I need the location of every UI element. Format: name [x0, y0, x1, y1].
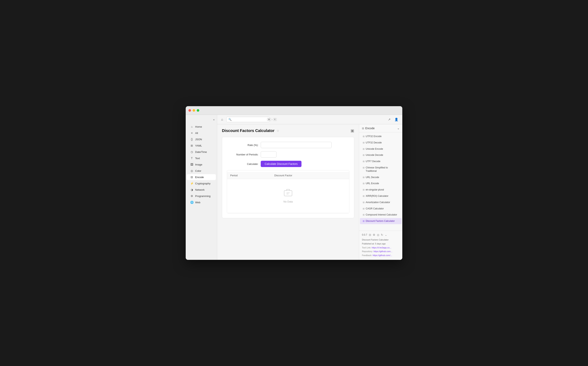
panel-item-label: UTF32 Encode [366, 135, 382, 138]
panel-item-icon: ⊟ [363, 182, 364, 185]
sidebar-item-cryptography[interactable]: ⚡ Cryptography [187, 180, 216, 186]
copy-icon[interactable]: ⊟ [369, 233, 371, 236]
home-button[interactable]: ⌂ [220, 117, 224, 122]
sidebar-item-network[interactable]: ◑ Network [187, 187, 216, 193]
panel-item-unicode-decode[interactable]: ⊟ Unicode Decode [360, 152, 401, 158]
panel-item-label: URL Encode [366, 182, 379, 185]
panel-item-icon: ⊟ [363, 141, 364, 144]
sidebar-item-label: Date/Time [195, 151, 207, 153]
shortcut-meta: ⌘ [267, 118, 271, 121]
sidebar-item-datetime[interactable]: ◷ Date/Time [187, 149, 216, 155]
sidebar: « ⌂ Home ≡ All {} JSON ⊞ YAML ◷ Date/Tim… [186, 115, 217, 260]
maximize-button[interactable] [197, 109, 199, 112]
sidebar-item-json[interactable]: {} JSON [187, 136, 216, 142]
panel-item-utf32-encode[interactable]: ⊟ UTF32 Encode [360, 133, 401, 139]
panel-item-url-decode[interactable]: ⊟ URL Decode [360, 174, 401, 180]
feedback-label: Feedback: [362, 254, 372, 257]
svg-rect-0 [284, 191, 292, 196]
footer-actions: ⊟ ⚙ ◎ ↻ ⌄ [369, 233, 387, 236]
text-icon: T [190, 157, 194, 160]
periods-label: Number of Periods: [227, 153, 258, 156]
home-icon: ⌂ [190, 125, 194, 128]
image-icon: 🖼 [190, 163, 194, 166]
sidebar-item-label: All [195, 132, 198, 135]
panel-item-label: Chinese Simplified to Traditional [366, 166, 399, 173]
sidebar-item-web[interactable]: 🌐 Web [187, 199, 216, 205]
tool-link-label: Tool Link: [362, 246, 371, 249]
sidebar-item-label: Image [195, 163, 202, 166]
panel-item-url-encode[interactable]: ⊟ URL Encode [360, 180, 401, 187]
sidebar-item-home[interactable]: ⌂ Home [187, 124, 216, 130]
sidebar-item-all[interactable]: ≡ All [187, 130, 216, 136]
search-input[interactable]: Discount [233, 118, 266, 121]
all-icon: ≡ [190, 131, 194, 135]
calculate-button[interactable]: Calculate Discount Factors [261, 161, 302, 167]
panel-item-compound-interest[interactable]: ⊟ Compound Interest Calculator [360, 212, 401, 218]
published-text: Published at: 5 days ago [362, 243, 385, 245]
sidebar-collapse-button[interactable]: « [186, 116, 217, 123]
panel-item-xirr-calculator[interactable]: ⊟ XIRR(ROI) Calculator [360, 193, 401, 199]
sidebar-item-encode[interactable]: ⊟ Encode [187, 174, 216, 180]
no-data-area: No Data [230, 181, 346, 211]
sidebar-item-label: JSON [195, 138, 202, 141]
rate-input[interactable]: 5 [261, 142, 332, 148]
panel-item-cagr[interactable]: ⊟ CAGR Calculator [360, 206, 401, 212]
panel-item-icon: ⊟ [363, 154, 364, 157]
sidebar-item-yaml[interactable]: ⊞ YAML [187, 143, 216, 149]
yaml-icon: ⊞ [190, 144, 194, 147]
sidebar-item-text[interactable]: T Text [187, 155, 216, 161]
repo-label: Repository: [362, 250, 373, 252]
settings-icon[interactable]: ⚙ [373, 233, 375, 236]
search-bar[interactable]: 🔍 Discount ⌘ + K [226, 117, 270, 122]
panel-item-icon: ⊟ [363, 135, 364, 138]
expand-icon[interactable]: ⌄ [385, 233, 387, 236]
network-icon: ◑ [190, 188, 194, 191]
panel-item-label: CAGR Calculator [366, 207, 384, 210]
sidebar-item-label: Encode [195, 176, 204, 179]
panel-item-icon: ⊟ [363, 176, 364, 179]
col-factor: Discount Factor [271, 172, 349, 179]
panel-item-label: Compound Interest Calculator [366, 213, 397, 216]
sidebar-item-color[interactable]: ◎ Color [187, 168, 216, 174]
panel-list: ⊟ UTF32 Encode ⊟ UTF32 Decode ⊟ Unicode … [359, 132, 402, 231]
sidebar-item-label: Network [195, 188, 205, 191]
sidebar-item-image[interactable]: 🖼 Image [187, 161, 216, 168]
panel-item-unicode-encode[interactable]: ⊟ Unicode Encode [360, 146, 401, 152]
right-panel-footer: 0.0.7 ⊟ ⚙ ◎ ↻ ⌄ Discount Factors [359, 231, 402, 260]
feedback-row: Feedback: https://github.com/... [362, 253, 400, 258]
panel-item-label: UTF32 Decode [366, 141, 382, 144]
version-row: 0.0.7 ⊟ ⚙ ◎ ↻ ⌄ [362, 233, 400, 236]
right-panel-header[interactable]: ⊟ Encode ⌄ [359, 124, 402, 132]
tool-name: Discount Factors Calculator [362, 238, 389, 241]
close-button[interactable] [188, 109, 191, 112]
panel-item-discount-factors[interactable]: ⊟ Discount Factors Calculator [360, 218, 401, 224]
panel-item-icon: ⊟ [363, 220, 364, 223]
minimize-button[interactable] [193, 109, 195, 112]
panel-item-chinese-simplified[interactable]: ⊟ Chinese Simplified to Traditional [360, 165, 401, 174]
sidebar-item-programming[interactable]: ⚙ Programming [187, 193, 216, 199]
repo-link[interactable]: https://github.com... [374, 250, 392, 252]
update-icon[interactable]: ↻ [381, 233, 383, 236]
panel-item-utf7-decode[interactable]: ⊟ UTF7 Decode [360, 158, 401, 165]
panel-item-utf32-decode[interactable]: ⊟ UTF32 Decode [360, 140, 401, 146]
panel-item-icon: ⊟ [363, 201, 364, 204]
cryptography-icon: ⚡ [190, 182, 194, 185]
feedback-link[interactable]: https://github.com/... [373, 254, 392, 257]
github-icon[interactable]: ◎ [377, 233, 379, 236]
panel-item-en-singular-plural[interactable]: ⊟ en-singular-plural [360, 187, 401, 193]
panel-item-icon: ⊟ [363, 160, 364, 163]
panel-item-amortization[interactable]: ⊟ Amortization Calculator [360, 199, 401, 206]
page-area: Discount Factors Calculator ☆ ▣ Rate (%)… [217, 124, 402, 260]
tool-link[interactable]: https://t.he3app.co... [372, 246, 392, 249]
periods-input[interactable]: 5 [261, 151, 277, 158]
layout-toggle-button[interactable]: ▣ [351, 128, 354, 133]
tool-link-row: Tool Link: https://t.he3app.co... [362, 246, 400, 250]
rate-row: Rate (%): 5 [227, 142, 349, 148]
app-body: « ⌂ Home ≡ All {} JSON ⊞ YAML ◷ Date/Tim… [186, 115, 402, 260]
favorite-button[interactable]: ☆ [277, 129, 279, 133]
page-title: Discount Factors Calculator [222, 129, 274, 133]
share-button[interactable]: ↗ [387, 117, 391, 122]
sidebar-item-label: Text [195, 157, 200, 160]
user-button[interactable]: 👤 [394, 117, 399, 122]
toolbar: ⌂ 🔍 Discount ⌘ + K ↗ 👤 [217, 115, 402, 124]
